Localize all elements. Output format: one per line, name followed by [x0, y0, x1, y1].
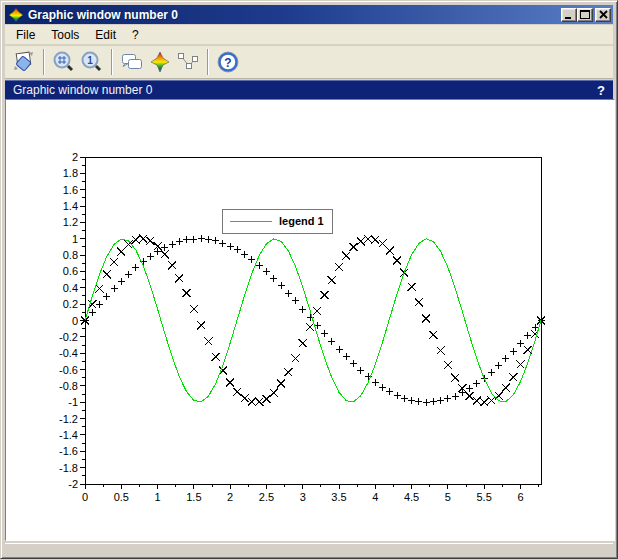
x-tick-label: 2	[227, 491, 233, 503]
x-tick-label: 6	[517, 491, 523, 503]
y-tick-label: -0.2	[59, 331, 78, 343]
figure-editor-icon	[120, 50, 144, 74]
y-tick-label: 1.2	[63, 216, 78, 228]
x-tick-label: 0.5	[114, 491, 129, 503]
y-tick-label: -1.8	[59, 462, 78, 474]
y-tick-label: -1	[68, 396, 78, 408]
legend-label: legend 1	[279, 215, 324, 227]
maximize-button[interactable]	[577, 8, 593, 22]
x-tick-label: 3	[300, 491, 306, 503]
toolbar-separator	[207, 49, 209, 75]
menu-edit[interactable]: Edit	[87, 26, 124, 44]
y-tick-label: 1	[72, 233, 78, 245]
y-tick-label: -0.8	[59, 380, 78, 392]
close-button[interactable]	[595, 8, 611, 22]
x-tick-label: 5	[445, 491, 451, 503]
y-tick-label: -1.6	[59, 445, 78, 457]
y-tick-label: 0.8	[63, 249, 78, 261]
y-tick-label: 0.4	[63, 282, 78, 294]
axis-labels: 00.511.522.533.544.555.5621.81.61.41.210…	[59, 151, 523, 503]
menu-help[interactable]: ?	[124, 26, 147, 44]
figure-editor-button[interactable]	[118, 48, 146, 76]
help-button[interactable]: ?	[214, 48, 242, 76]
x-tick-label: 1	[155, 491, 161, 503]
y-tick-label: 0	[72, 315, 78, 327]
x-tick-label: 5.5	[477, 491, 492, 503]
axes	[80, 157, 541, 489]
title-bar[interactable]: Graphic window number 0	[5, 5, 613, 24]
x-tick-label: 3.5	[331, 491, 346, 503]
rotate-button[interactable]	[10, 48, 38, 76]
menu-tools[interactable]: Tools	[43, 26, 87, 44]
x-tick-label: 0	[82, 491, 88, 503]
y-tick-label: 1.6	[63, 184, 78, 196]
original-view-icon: 1	[80, 50, 104, 74]
toolbar-separator	[43, 49, 45, 75]
status-bar	[5, 543, 613, 556]
datatips-icon	[176, 50, 200, 74]
info-bar: Graphic window number 0 ?	[5, 80, 613, 99]
minimize-icon	[564, 10, 574, 19]
y-tick-label: -0.6	[59, 364, 78, 376]
plot-client-area: 00.511.522.533.544.555.5621.81.61.41.210…	[5, 99, 615, 541]
graphic-window: Graphic window number 0 File Tools Edit …	[0, 0, 618, 559]
toolbar: 1	[5, 46, 613, 79]
x-tick-label: 4.5	[404, 491, 419, 503]
maximize-icon	[580, 10, 590, 19]
zoom-area-button[interactable]	[50, 48, 78, 76]
x-tick-label: 4	[372, 491, 378, 503]
scilab-logo-icon	[9, 8, 23, 22]
y-tick-label: -0.4	[59, 347, 78, 359]
rotate-icon	[12, 50, 36, 74]
y-tick-label: 1.4	[63, 200, 78, 212]
x-tick-label: 1.5	[186, 491, 201, 503]
info-help-icon[interactable]: ?	[597, 83, 605, 98]
original-view-button[interactable]: 1	[78, 48, 106, 76]
x-tick-label: 2.5	[259, 491, 274, 503]
menu-bar: File Tools Edit ?	[5, 25, 613, 45]
colormap-button[interactable]	[146, 48, 174, 76]
legend: legend 1	[222, 209, 332, 233]
svg-text:?: ?	[224, 56, 231, 70]
y-tick-label: 1.8	[63, 167, 78, 179]
help-icon: ?	[216, 50, 240, 74]
plot-canvas[interactable]: 00.511.522.533.544.555.5621.81.61.41.210…	[6, 100, 614, 540]
y-tick-label: -1.2	[59, 413, 78, 425]
y-tick-label: 2	[72, 151, 78, 163]
y-tick-label: 0.2	[63, 298, 78, 310]
series-sin(3x)	[85, 239, 541, 402]
y-tick-label: -1.4	[59, 429, 78, 441]
info-message: Graphic window number 0	[13, 83, 597, 97]
svg-text:1: 1	[87, 55, 93, 66]
y-tick-label: 0.6	[63, 265, 78, 277]
menu-file[interactable]: File	[8, 26, 43, 44]
minimize-button[interactable]	[561, 8, 577, 22]
close-icon	[599, 10, 608, 19]
y-tick-label: -2	[68, 478, 78, 490]
colormap-icon	[148, 50, 172, 74]
window-title: Graphic window number 0	[28, 8, 561, 22]
zoom-area-icon	[52, 50, 76, 74]
toolbar-separator	[111, 49, 113, 75]
datatips-button[interactable]	[174, 48, 202, 76]
